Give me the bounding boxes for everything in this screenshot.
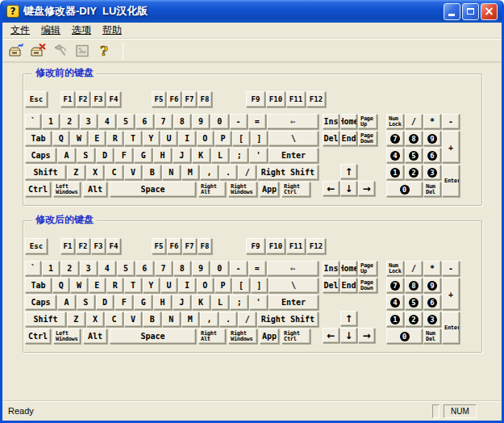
key-o[interactable]: O [197,131,214,146]
key-u[interactable]: U [160,131,177,146]
key-right-alt[interactable]: Right Alt [198,182,226,197]
key-shift[interactable]: Shift [25,165,66,180]
key-5[interactable]: 5 [117,261,135,276]
key-f4[interactable]: F4 [106,238,121,254]
key-numpad-enter[interactable]: Enter [442,312,460,344]
key-w[interactable]: W [70,278,87,293]
key-f6[interactable]: F6 [167,91,181,107]
key-n[interactable]: N [162,312,181,327]
key-f8[interactable]: F8 [198,238,212,254]
key-arrow-right[interactable]: → [358,181,375,196]
key-alt[interactable]: Alt [83,182,107,197]
key-v[interactable]: V [124,312,143,327]
key-ctrl[interactable]: Ctrl [25,329,51,344]
menu-help[interactable]: 帮助 [97,22,127,39]
key-f5[interactable]: F5 [152,91,166,107]
key-numpad-2[interactable]: 2 [405,165,423,180]
key-page-up[interactable]: Page Up [358,261,377,276]
key-w[interactable]: W [70,131,87,146]
key-b[interactable]: B [143,312,161,327]
key-0[interactable]: 0 [210,261,228,276]
key-8[interactable]: 8 [173,114,191,129]
key-f6[interactable]: F6 [167,238,181,254]
key-del[interactable]: Del [323,278,339,293]
menu-edit[interactable]: 编辑 [35,22,66,39]
key-app[interactable]: App [260,329,279,344]
key-f1[interactable]: F1 [60,91,75,107]
key-l[interactable]: L [211,295,230,310]
key-alt[interactable]: Alt [83,329,107,344]
key-c[interactable]: C [105,165,123,180]
key-5[interactable]: 5 [117,114,135,129]
key-p[interactable]: P [215,278,231,293]
key-numpad-2[interactable]: 2 [405,312,423,327]
key-j[interactable]: J [173,295,191,310]
key-numpad-3[interactable]: 3 [423,312,441,327]
key-numpad-8[interactable]: 8 [405,131,423,146]
minimize-button[interactable] [444,3,460,20]
key-a[interactable]: A [57,148,76,163]
key-arrow-right[interactable]: → [358,328,375,343]
key-home[interactable]: Home [340,261,357,276]
key-d[interactable]: D [96,148,115,163]
key-f3[interactable]: F3 [91,238,106,254]
key-backtick[interactable]: ` [25,261,41,276]
key-o[interactable]: O [197,278,214,293]
key-bracket-left[interactable]: [ [232,278,249,293]
key-numpad-5[interactable]: 5 [405,295,423,310]
key-f10[interactable]: F10 [266,91,285,107]
key-n[interactable]: N [162,165,181,180]
key-q[interactable]: Q [52,131,69,146]
key-right-shift[interactable]: Right Shift [257,312,319,327]
key-7[interactable]: 7 [155,114,173,129]
key-period[interactable]: . [219,312,238,327]
key-i[interactable]: I [178,278,195,293]
key-numpad-8[interactable]: 8 [405,278,423,293]
key-f8[interactable]: F8 [198,91,212,107]
key-f10[interactable]: F10 [266,238,285,254]
key-q[interactable]: Q [52,278,69,293]
key-numpad-slash[interactable]: / [405,261,423,276]
key-numpad-plus[interactable]: + [442,278,460,310]
key-tab[interactable]: Tab [25,278,52,293]
key-f12[interactable]: F12 [306,238,326,254]
key-numpad-num-del[interactable]: Num Del [423,182,441,197]
key-minus[interactable]: - [230,261,248,276]
key-right-alt[interactable]: Right Alt [198,329,226,344]
key-6[interactable]: 6 [135,114,153,129]
key-caps[interactable]: Caps [25,295,56,310]
key-right-ctrl[interactable]: Right Ctrl [281,182,310,197]
key-f[interactable]: F [115,148,133,163]
key-f12[interactable]: F12 [306,91,326,107]
key-numpad-minus[interactable]: - [442,261,460,276]
key-tab[interactable]: Tab [25,131,52,146]
key-s[interactable]: S [77,295,95,310]
key-numpad-num-lock[interactable]: Num Lock [386,114,404,129]
key-arrow-up[interactable]: ↑ [340,164,357,179]
preview-button[interactable] [71,40,93,61]
key-u[interactable]: U [160,278,177,293]
key-p[interactable]: P [215,131,231,146]
key-h[interactable]: H [153,295,172,310]
key-end[interactable]: End [340,131,357,146]
menu-file[interactable]: 文件 [5,22,35,39]
key-right-windows[interactable]: Right Windows [228,329,257,344]
key-del[interactable]: Del [323,131,339,146]
key-left-windows[interactable]: Left Windows [53,329,81,344]
key-semicolon[interactable]: ; [230,295,248,310]
key-ins[interactable]: Ins [323,261,339,276]
key-numpad-5[interactable]: 5 [405,148,423,163]
key-right-ctrl[interactable]: Right Ctrl [281,329,310,344]
key-m[interactable]: M [181,165,200,180]
key-numpad-num-del[interactable]: Num Del [423,329,441,344]
key-arrow-left[interactable]: ← [323,181,339,196]
menu-options[interactable]: 选项 [66,22,97,39]
key-2[interactable]: 2 [60,261,78,276]
key-b[interactable]: B [143,165,161,180]
key-numpad-num-lock[interactable]: Num Lock [386,261,404,276]
key-4[interactable]: 4 [98,114,116,129]
key-j[interactable]: J [173,148,191,163]
key-f[interactable]: F [115,295,133,310]
key-7[interactable]: 7 [155,261,173,276]
key-esc[interactable]: Esc [25,238,48,254]
